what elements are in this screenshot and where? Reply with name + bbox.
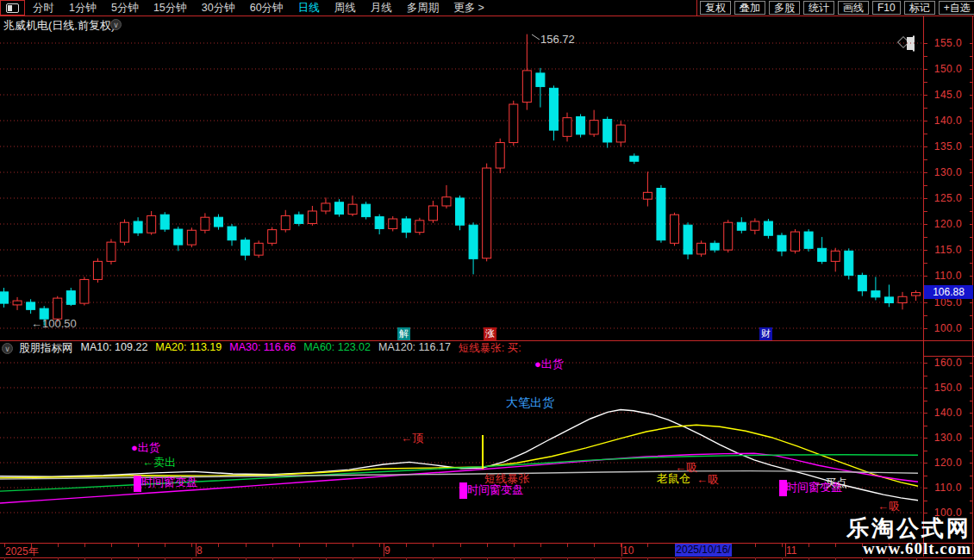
tool-button-画线[interactable]: 画线 [838, 1, 869, 15]
candle-body [121, 222, 129, 242]
watermark: 乐淘公式网 www.60lt.com [846, 517, 971, 557]
candle-body [483, 168, 491, 258]
candle-body [577, 116, 585, 134]
axis-tick [970, 134, 973, 134]
candle-body [751, 221, 759, 230]
layout-toggle-button[interactable] [0, 0, 25, 16]
axis-tick [924, 108, 927, 109]
candle-body [777, 235, 786, 251]
minor-tick [246, 544, 247, 547]
axis-label: 115.0 [926, 244, 971, 256]
axis-tick [970, 451, 973, 451]
minor-tick [594, 544, 595, 547]
candle-body [912, 293, 921, 296]
menu-item-1分钟[interactable]: 1分钟 [69, 1, 97, 16]
menu-item-15分钟[interactable]: 15分钟 [153, 1, 187, 16]
candle-body [348, 204, 357, 214]
candle-body [254, 243, 263, 255]
axis-divider [923, 356, 974, 357]
candle-body [147, 215, 156, 233]
candle-body [13, 301, 22, 305]
axis-label: 120.0 [926, 218, 971, 230]
axis-label: 140.0 [926, 115, 971, 127]
candle-body [241, 240, 250, 255]
menu-item-5分钟[interactable]: 5分钟 [111, 1, 139, 16]
low-price-label: ←100.50 [31, 317, 77, 330]
signal-annotation: 时间窗变盘 [141, 476, 197, 488]
candle-body [214, 217, 222, 227]
axis-tick [924, 501, 927, 501]
event-badge[interactable]: 财 [759, 327, 772, 340]
minor-tick [835, 544, 836, 547]
menu-item-周线[interactable]: 周线 [334, 1, 356, 16]
candle-body [295, 215, 303, 223]
minor-tick [138, 544, 139, 547]
menu-item-60分钟[interactable]: 60分钟 [250, 1, 284, 16]
minor-tick [755, 544, 756, 547]
minor-tick [353, 544, 353, 547]
tool-button-F10[interactable]: F10 [872, 1, 901, 15]
tool-button-叠加[interactable]: 叠加 [734, 1, 765, 15]
minor-tick [165, 544, 165, 547]
candle-body [335, 202, 344, 215]
menu-item-更多 >[interactable]: 更多 > [453, 1, 484, 16]
minor-tick [58, 544, 59, 547]
candle-body [80, 279, 89, 303]
indicator-segment: MA60: 123.02 [303, 341, 371, 356]
candle-body [630, 156, 639, 161]
menu-item-多周期[interactable]: 多周期 [407, 1, 440, 16]
main-candlestick-chart[interactable] [0, 33, 923, 340]
candle-body [616, 125, 625, 142]
axis-tick [924, 263, 927, 264]
split-layout-icon [6, 3, 19, 13]
tool-button-统计[interactable]: 统计 [803, 1, 834, 15]
minor-tick [272, 544, 273, 547]
menu-item-月线[interactable]: 月线 [371, 1, 392, 16]
candle-body [107, 242, 116, 261]
axis-label: 130.0 [926, 432, 971, 444]
candle-body [536, 73, 545, 87]
candle-body [522, 71, 531, 103]
signal-annotation: ←吸 [696, 474, 719, 485]
axis-tick [970, 501, 973, 501]
axis-tick [970, 185, 973, 186]
menu-item-分时[interactable]: 分时 [33, 1, 54, 16]
axis-tick [924, 82, 927, 83]
period-menu: 分时1分钟5分钟15分钟30分钟60分钟日线周线月线多周期更多 > [33, 0, 484, 16]
candle-body [402, 219, 410, 233]
signal-annotation: ←卖出 [142, 457, 176, 468]
tool-button-多股[interactable]: 多股 [769, 1, 800, 15]
month-tick [384, 544, 384, 557]
candle-body [0, 292, 9, 303]
minor-tick [406, 544, 407, 547]
candle-body [804, 232, 813, 248]
indicator-chevron-down-icon[interactable]: ∨ [2, 343, 13, 354]
minor-tick [514, 544, 515, 547]
menu-item-30分钟[interactable]: 30分钟 [202, 1, 235, 16]
candle-body [737, 222, 746, 230]
event-badge[interactable]: 涨 [484, 327, 496, 340]
minor-tick [567, 544, 568, 547]
signal-annotation: 老鼠仓 [657, 473, 690, 484]
candle-body [389, 219, 397, 228]
title-chevron-down-icon[interactable]: ∨ [110, 19, 122, 30]
candle-body [308, 211, 316, 223]
indicator-segment: MA30: 116.66 [229, 341, 296, 356]
axis-label: 150.0 [926, 63, 971, 75]
tool-button-复权[interactable]: 复权 [700, 1, 731, 15]
axis-tick [924, 426, 927, 426]
menu-divider [696, 0, 697, 16]
candle-body [134, 221, 142, 233]
tool-button-标记[interactable]: 标记 [904, 1, 935, 15]
tool-button-+自选[interactable]: +自选 [939, 1, 974, 15]
signal-annotation: 时间窗变盘 [467, 484, 523, 495]
candle-body [322, 203, 330, 211]
signal-block [134, 476, 141, 492]
last-price-tag: 106.88 [924, 285, 973, 299]
axis-tick [970, 263, 973, 264]
minor-tick [647, 544, 648, 547]
axis-tick [924, 185, 927, 186]
event-badge[interactable]: 解 [397, 327, 410, 340]
axis-tick [924, 159, 927, 160]
menu-item-日线[interactable]: 日线 [298, 1, 320, 16]
